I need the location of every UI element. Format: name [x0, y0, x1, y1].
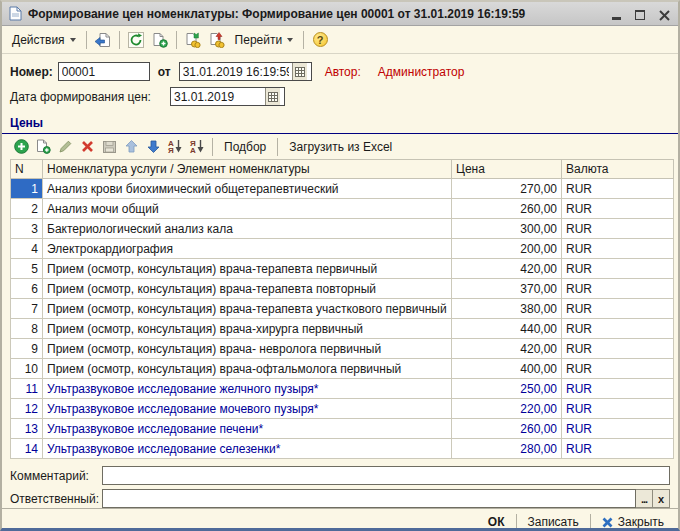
table-row[interactable]: 5Прием (осмотр, консультация) врача-тера…	[11, 259, 674, 279]
cell-currency[interactable]: RUR	[562, 319, 674, 339]
reread-button[interactable]	[91, 29, 115, 51]
close-window-button[interactable]: Закрыть	[598, 515, 668, 529]
cell-currency[interactable]: RUR	[562, 419, 674, 439]
cell-currency[interactable]: RUR	[562, 199, 674, 219]
cell-n[interactable]: 4	[11, 239, 43, 259]
cell-price[interactable]: 300,00	[452, 219, 562, 239]
close-button[interactable]	[656, 7, 672, 21]
cell-currency[interactable]: RUR	[562, 359, 674, 379]
cell-price[interactable]: 260,00	[452, 419, 562, 439]
copy-row-button[interactable]	[32, 137, 54, 156]
cell-name[interactable]: Ультразвуковое исследование мочевого пуз…	[43, 399, 452, 419]
minimize-button[interactable]	[608, 7, 624, 21]
cell-price[interactable]: 420,00	[452, 259, 562, 279]
responsible-select-button[interactable]: ...	[636, 489, 653, 508]
table-row[interactable]: 7Прием (осмотр, консультация) врача-тера…	[11, 299, 674, 319]
cell-n[interactable]: 5	[11, 259, 43, 279]
help-button[interactable]: ?	[308, 29, 332, 51]
cell-price[interactable]: 260,00	[452, 199, 562, 219]
cell-price[interactable]: 280,00	[452, 439, 562, 459]
cell-currency[interactable]: RUR	[562, 399, 674, 419]
ok-button[interactable]: ОК	[484, 515, 509, 529]
refresh-button[interactable]	[124, 29, 148, 51]
cell-n[interactable]: 10	[11, 359, 43, 379]
cell-currency[interactable]: RUR	[562, 379, 674, 399]
table-row[interactable]: 9Прием (осмотр, консультация) врача- нев…	[11, 339, 674, 359]
edit-row-button[interactable]	[54, 137, 76, 156]
cell-currency[interactable]: RUR	[562, 439, 674, 459]
cell-n[interactable]: 13	[11, 419, 43, 439]
table-row[interactable]: 14Ультразвуковое исследование селезенки*…	[11, 439, 674, 459]
save-button[interactable]: Записать	[524, 515, 583, 529]
cell-price[interactable]: 370,00	[452, 279, 562, 299]
goto-menu-button[interactable]: Перейти	[229, 29, 300, 51]
end-edit-button[interactable]	[98, 137, 120, 156]
cell-name[interactable]: Прием (осмотр, консультация) врача-офтал…	[43, 359, 452, 379]
col-header-n[interactable]: N	[11, 160, 43, 179]
cell-name[interactable]: Анализ крови биохимический общетерапевти…	[43, 179, 452, 199]
cell-currency[interactable]: RUR	[562, 299, 674, 319]
cell-n[interactable]: 14	[11, 439, 43, 459]
cell-name[interactable]: Бактериологический анализ кала	[43, 219, 452, 239]
maximize-button[interactable]	[632, 7, 648, 21]
price-date-calendar-button[interactable]	[265, 88, 280, 105]
cell-name[interactable]: Ультразвуковое исследование печени*	[43, 419, 452, 439]
move-up-button[interactable]	[120, 137, 142, 156]
col-header-currency[interactable]: Валюта	[562, 160, 674, 179]
col-header-nomenclature[interactable]: Номенклатура услуги / Элемент номенклату…	[43, 160, 452, 179]
cell-price[interactable]: 440,00	[452, 319, 562, 339]
move-down-button[interactable]	[142, 137, 164, 156]
sort-descending-button[interactable]: ЯА	[186, 137, 208, 156]
cell-currency[interactable]: RUR	[562, 179, 674, 199]
cell-name[interactable]: Прием (осмотр, консультация) врача-хирур…	[43, 319, 452, 339]
cell-currency[interactable]: RUR	[562, 259, 674, 279]
responsible-clear-button[interactable]: x	[653, 489, 670, 508]
cell-price[interactable]: 200,00	[452, 239, 562, 259]
table-row[interactable]: 11Ультразвуковое исследование желчного п…	[11, 379, 674, 399]
cell-name[interactable]: Прием (осмотр, консультация) врача-терап…	[43, 279, 452, 299]
cell-price[interactable]: 220,00	[452, 399, 562, 419]
delete-row-button[interactable]	[76, 137, 98, 156]
number-input[interactable]	[58, 62, 150, 81]
cell-name[interactable]: Прием (осмотр, консультация) врача-терап…	[43, 259, 452, 279]
cell-n[interactable]: 7	[11, 299, 43, 319]
title-bar[interactable]: Формирование цен номенклатуры: Формирова…	[2, 2, 678, 26]
cell-name[interactable]: Анализ мочи общий	[43, 199, 452, 219]
cell-n[interactable]: 6	[11, 279, 43, 299]
unpost-document-button[interactable]	[205, 29, 229, 51]
cell-currency[interactable]: RUR	[562, 219, 674, 239]
cell-price[interactable]: 380,00	[452, 299, 562, 319]
table-row[interactable]: 10Прием (осмотр, консультация) врача-офт…	[11, 359, 674, 379]
cell-n[interactable]: 2	[11, 199, 43, 219]
table-row[interactable]: 4Электрокардиография200,00RUR	[11, 239, 674, 259]
cell-currency[interactable]: RUR	[562, 339, 674, 359]
cell-n[interactable]: 11	[11, 379, 43, 399]
table-row[interactable]: 6Прием (осмотр, консультация) врача-тера…	[11, 279, 674, 299]
cell-n[interactable]: 3	[11, 219, 43, 239]
cell-price[interactable]: 270,00	[452, 179, 562, 199]
cell-price[interactable]: 420,00	[452, 339, 562, 359]
table-row[interactable]: 8Прием (осмотр, консультация) врача-хиру…	[11, 319, 674, 339]
cell-name[interactable]: Прием (осмотр, консультация) врача- невр…	[43, 339, 452, 359]
actions-menu-button[interactable]: Действия	[6, 29, 82, 51]
responsible-input[interactable]	[102, 489, 636, 508]
copy-button[interactable]	[148, 29, 172, 51]
table-row[interactable]: 13Ультразвуковое исследование печени*260…	[11, 419, 674, 439]
table-row[interactable]: 2Анализ мочи общий260,00RUR	[11, 199, 674, 219]
datetime-input[interactable]	[180, 63, 292, 80]
cell-n[interactable]: 8	[11, 319, 43, 339]
cell-currency[interactable]: RUR	[562, 239, 674, 259]
table-row[interactable]: 12Ультразвуковое исследование мочевого п…	[11, 399, 674, 419]
cell-name[interactable]: Ультразвуковое исследование селезенки*	[43, 439, 452, 459]
add-row-button[interactable]	[10, 137, 32, 156]
pick-button[interactable]: Подбор	[217, 140, 273, 154]
comment-input[interactable]	[102, 466, 670, 485]
load-from-excel-button[interactable]: Загрузить из Excel	[282, 140, 399, 154]
cell-n[interactable]: 9	[11, 339, 43, 359]
cell-n[interactable]: 1	[11, 179, 43, 199]
price-date-input[interactable]	[171, 88, 265, 105]
cell-price[interactable]: 400,00	[452, 359, 562, 379]
post-document-button[interactable]	[181, 29, 205, 51]
cell-name[interactable]: Ультразвуковое исследование желчного пуз…	[43, 379, 452, 399]
cell-name[interactable]: Прием (осмотр, консультация) врача-терап…	[43, 299, 452, 319]
